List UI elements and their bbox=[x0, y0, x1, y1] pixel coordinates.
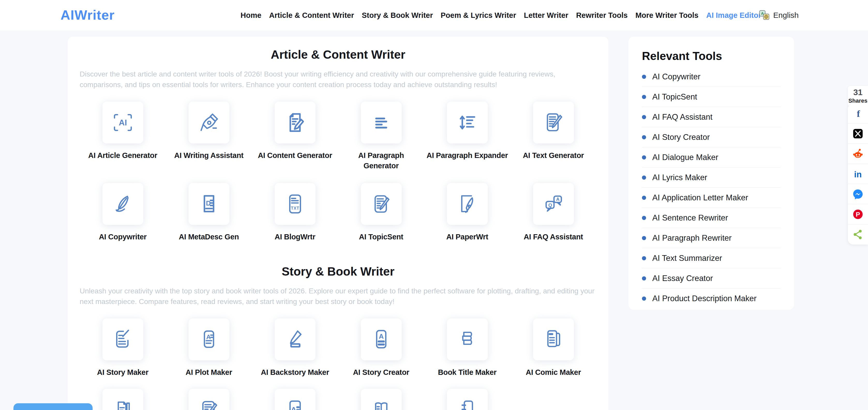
sidebar-item-ai-sentence-rewriter[interactable]: AI Sentence Rewriter bbox=[642, 208, 781, 228]
tool-tile bbox=[447, 183, 488, 225]
tool-label: AI Text Generator bbox=[523, 150, 584, 161]
nav-item-ai-image-editor[interactable]: AI Image Editor bbox=[706, 11, 762, 20]
share-pinterest-button[interactable]: P bbox=[848, 204, 868, 224]
tool-card-ai-writing-assistant[interactable]: AI Writing Assistant bbox=[166, 102, 252, 171]
tool-tile: A bbox=[275, 389, 315, 410]
bullet-icon bbox=[642, 115, 646, 119]
sidebar-item-ai-text-summarizer[interactable]: AI Text Summarizer bbox=[642, 248, 781, 268]
tool-card-ai-paperwrt[interactable]: AI PaperWrt bbox=[424, 183, 510, 242]
sidebar-item-label: AI FAQ Assistant bbox=[652, 113, 713, 122]
tool-label: AI Article Generator bbox=[88, 150, 157, 161]
share-reddit-button[interactable] bbox=[848, 144, 868, 164]
tool-tile bbox=[447, 389, 488, 410]
tool-card-ai-paragraph-generator[interactable]: AI Paragraph Generator bbox=[338, 102, 424, 171]
sidebar-item-ai-lyrics-maker[interactable]: AI Lyrics Maker bbox=[642, 167, 781, 188]
translate-icon: A bbox=[759, 10, 770, 21]
tool-card-ai-faq-assistant[interactable]: AQ AI FAQ Assistant bbox=[510, 183, 596, 242]
tool-card-partial[interactable]: A bbox=[252, 389, 338, 410]
story-tools-grid: AI Story MakerA AI Plot Maker AI Backsto… bbox=[80, 318, 596, 378]
bullet-icon bbox=[642, 296, 646, 301]
plot-document-icon: A bbox=[197, 327, 221, 352]
bullet-icon bbox=[642, 276, 646, 281]
tool-card-ai-story-maker[interactable]: AI Story Maker bbox=[80, 318, 166, 378]
tool-tile bbox=[361, 389, 402, 410]
svg-text:in: in bbox=[854, 169, 862, 179]
nav-item-more-writer-tools[interactable]: More Writer Tools bbox=[636, 11, 699, 20]
logo[interactable]: AIWriter bbox=[61, 7, 115, 23]
tool-card-partial[interactable] bbox=[80, 389, 166, 410]
tool-card-ai-comic-maker[interactable]: AI Comic Maker bbox=[510, 318, 596, 378]
share-share-button[interactable] bbox=[848, 224, 868, 245]
sidebar-item-ai-story-creator[interactable]: AI Story Creator bbox=[642, 127, 781, 147]
sidebar-item-ai-essay-creator[interactable]: AI Essay Creator bbox=[642, 268, 781, 288]
tool-card-ai-paragraph-expander[interactable]: AI Paragraph Expander bbox=[424, 102, 510, 171]
tool-card-ai-topicsent[interactable]: AI TopicSent bbox=[338, 183, 424, 242]
nav-item-rewriter-tools[interactable]: Rewriter Tools bbox=[576, 11, 627, 20]
pen-nib-icon bbox=[197, 111, 221, 135]
nav-item-letter-writer[interactable]: Letter Writer bbox=[524, 11, 568, 20]
tool-card-ai-backstory-maker[interactable]: AI Backstory Maker bbox=[252, 318, 338, 378]
tool-card-ai-plot-maker[interactable]: A AI Plot Maker bbox=[166, 318, 252, 378]
tool-label: Book Title Maker bbox=[438, 367, 497, 378]
metadesc-document-icon: D bbox=[197, 192, 221, 216]
tool-card-partial[interactable] bbox=[424, 389, 510, 410]
tool-tile bbox=[533, 318, 574, 360]
tool-label: AI Comic Maker bbox=[526, 367, 581, 378]
relevant-tools-title: Relevant Tools bbox=[642, 50, 781, 63]
facebook-icon: f bbox=[852, 108, 864, 119]
tool-card-ai-article-generator[interactable]: AI AI Article Generator bbox=[80, 102, 166, 171]
nav-item-article-content-writer[interactable]: Article & Content Writer bbox=[269, 11, 354, 20]
tool-tile: AI bbox=[102, 102, 143, 144]
tool-card-partial[interactable] bbox=[166, 389, 252, 410]
svg-text:P: P bbox=[856, 211, 860, 218]
nav-item-home[interactable]: Home bbox=[241, 11, 261, 20]
sidebar-item-label: AI TopicSent bbox=[652, 92, 697, 102]
tool-tile bbox=[189, 389, 229, 410]
svg-text:Q: Q bbox=[548, 202, 552, 208]
floating-button-partial[interactable] bbox=[13, 403, 93, 410]
sidebar-item-label: AI Text Summarizer bbox=[652, 254, 722, 263]
bullet-icon bbox=[642, 135, 646, 139]
tool-card-partial[interactable] bbox=[338, 389, 424, 410]
feather-quill-icon bbox=[111, 192, 135, 216]
share-messenger-button[interactable] bbox=[848, 184, 868, 204]
tool-label: AI Paragraph Expander bbox=[427, 150, 508, 161]
tool-card-book-title-maker[interactable]: Book Title Maker bbox=[424, 318, 510, 378]
document-pencil-icon bbox=[541, 111, 566, 135]
bullet-icon bbox=[642, 236, 646, 240]
sidebar-item-ai-faq-assistant[interactable]: AI FAQ Assistant bbox=[642, 107, 781, 127]
tool-label: AI TopicSent bbox=[359, 232, 403, 242]
sidebar-item-ai-copywriter[interactable]: AI Copywriter bbox=[642, 67, 781, 87]
nav-item-story-book-writer[interactable]: Story & Book Writer bbox=[362, 11, 433, 20]
tool-label: AI Plot Maker bbox=[186, 367, 232, 378]
sidebar-item-label: AI Essay Creator bbox=[652, 274, 713, 283]
sidebar-item-ai-dialogue-maker[interactable]: AI Dialogue Maker bbox=[642, 147, 781, 167]
sidebar-item-ai-application-letter-maker[interactable]: AI Application Letter Maker bbox=[642, 188, 781, 208]
sidebar-item-ai-topicsent[interactable]: AI TopicSent bbox=[642, 87, 781, 107]
bullet-icon bbox=[642, 196, 646, 200]
tool-card-ai-content-generator[interactable]: AI Content Generator bbox=[252, 102, 338, 171]
tool-tile bbox=[447, 318, 488, 360]
tool-tile bbox=[102, 389, 143, 410]
tool-card-ai-copywriter[interactable]: AI Copywriter bbox=[80, 183, 166, 242]
language-selector[interactable]: A English bbox=[759, 0, 799, 31]
svg-text:A: A bbox=[206, 334, 211, 341]
nav-item-poem-lyrics-writer[interactable]: Poem & Lyrics Writer bbox=[441, 11, 516, 20]
sidebar-item-label: AI Lyrics Maker bbox=[652, 173, 707, 182]
tool-label: AI Story Creator bbox=[353, 367, 409, 378]
tool-card-ai-blogwrtr[interactable]: TXT AI BlogWrtr bbox=[252, 183, 338, 242]
messenger-icon bbox=[852, 188, 864, 200]
share-x-button[interactable] bbox=[848, 124, 868, 144]
share-linkedin-button[interactable]: in bbox=[848, 164, 868, 184]
sidebar-item-label: AI Product Description Maker bbox=[652, 294, 756, 303]
share-facebook-button[interactable]: f bbox=[848, 103, 868, 124]
tool-card-ai-story-creator[interactable]: A AI Story Creator bbox=[338, 318, 424, 378]
tool-tile bbox=[361, 183, 402, 225]
sidebar-item-ai-paragraph-rewriter[interactable]: AI Paragraph Rewriter bbox=[642, 228, 781, 248]
paper-pen-icon bbox=[455, 192, 479, 216]
pinterest-icon: P bbox=[852, 209, 864, 220]
bullet-icon bbox=[642, 155, 646, 159]
tool-card-ai-text-generator[interactable]: AI Text Generator bbox=[510, 102, 596, 171]
sidebar-item-ai-product-description-maker[interactable]: AI Product Description Maker bbox=[642, 288, 781, 309]
tool-card-ai-metadesc-gen[interactable]: D AI MetaDesc Gen bbox=[166, 183, 252, 242]
